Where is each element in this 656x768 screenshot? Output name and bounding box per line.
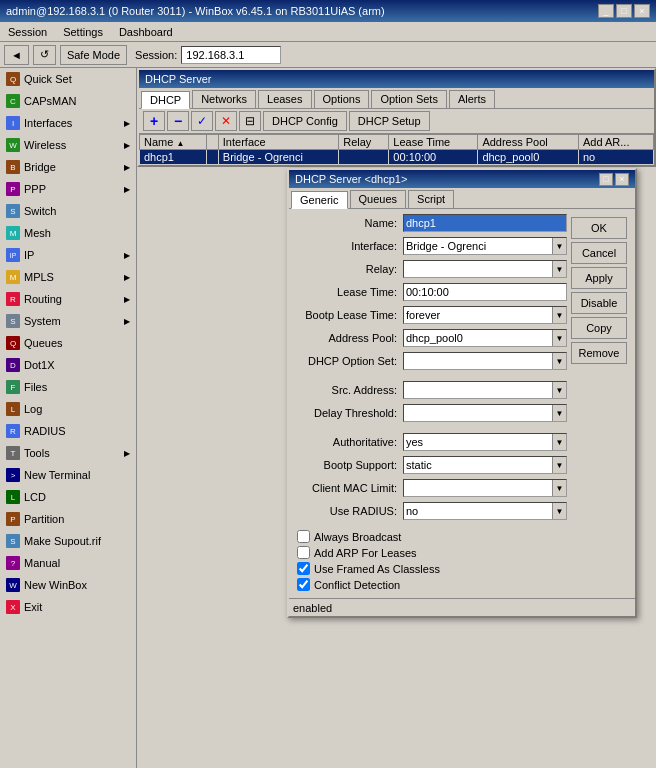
tab-options[interactable]: Options <box>314 90 370 108</box>
table-row[interactable]: dhcp1 Bridge - Ogrenci 00:10:00 dhcp_poo… <box>140 150 654 165</box>
disable-button[interactable]: ✕ <box>215 111 237 131</box>
col-add-ar[interactable]: Add AR... <box>578 135 653 150</box>
cancel-button[interactable]: Cancel <box>571 242 627 264</box>
sidebar-item-ppp[interactable]: P PPP ▶ <box>0 178 136 200</box>
tab-dhcp[interactable]: DHCP <box>141 91 190 109</box>
select-dhcp-option-set[interactable]: ▼ <box>403 352 567 370</box>
sidebar-item-radius[interactable]: R RADIUS <box>0 420 136 442</box>
sidebar-item-system[interactable]: S System ▶ <box>0 310 136 332</box>
maximize-button[interactable]: □ <box>616 4 632 18</box>
select-client-mac-limit[interactable]: ▼ <box>403 479 567 497</box>
col-address-pool[interactable]: Address Pool <box>478 135 579 150</box>
sidebar-item-ip[interactable]: IP IP ▶ <box>0 244 136 266</box>
sidebar-item-switch[interactable]: S Switch <box>0 200 136 222</box>
label-always-broadcast: Always Broadcast <box>314 531 401 543</box>
session-input[interactable] <box>181 46 281 64</box>
sidebar-item-tools[interactable]: T Tools ▶ <box>0 442 136 464</box>
sidebar-item-new-winbox[interactable]: W New WinBox <box>0 574 136 596</box>
dhcp-setup-button[interactable]: DHCP Setup <box>349 111 430 131</box>
tab-queues[interactable]: Queues <box>350 190 407 208</box>
select-use-radius-arrow[interactable]: ▼ <box>552 503 566 519</box>
check-conflict-detection[interactable] <box>297 578 310 591</box>
select-dhcp-option-set-arrow[interactable]: ▼ <box>552 353 566 369</box>
select-bootp-lease-time[interactable]: forever ▼ <box>403 306 567 324</box>
menu-settings[interactable]: Settings <box>59 26 107 38</box>
sidebar-item-manual[interactable]: ? Manual <box>0 552 136 574</box>
sidebar-item-queues[interactable]: Q Queues <box>0 332 136 354</box>
safe-mode-button[interactable]: Safe Mode <box>60 45 127 65</box>
sidebar-item-routing[interactable]: R Routing ▶ <box>0 288 136 310</box>
title-bar-controls[interactable]: _ □ × <box>598 4 650 18</box>
check-add-arp[interactable] <box>297 546 310 559</box>
tab-leases[interactable]: Leases <box>258 90 311 108</box>
close-button[interactable]: × <box>634 4 650 18</box>
select-authoritative-arrow[interactable]: ▼ <box>552 434 566 450</box>
dialog-title-controls[interactable]: □ × <box>599 173 629 186</box>
select-delay-threshold-arrow[interactable]: ▼ <box>552 405 566 421</box>
sidebar-item-partition[interactable]: P Partition <box>0 508 136 530</box>
dialog-tab-bar: Generic Queues Script <box>289 188 635 209</box>
select-address-pool-arrow[interactable]: ▼ <box>552 330 566 346</box>
select-interface-arrow[interactable]: ▼ <box>552 238 566 254</box>
col-lease-time[interactable]: Lease Time <box>389 135 478 150</box>
sidebar-item-mesh[interactable]: M Mesh <box>0 222 136 244</box>
select-bootp-support[interactable]: static ▼ <box>403 456 567 474</box>
select-bootp-arrow[interactable]: ▼ <box>552 307 566 323</box>
select-src-address-arrow[interactable]: ▼ <box>552 382 566 398</box>
select-bootp-support-arrow[interactable]: ▼ <box>552 457 566 473</box>
sidebar-item-wireless[interactable]: W Wireless ▶ <box>0 134 136 156</box>
tab-option-sets[interactable]: Option Sets <box>371 90 446 108</box>
sidebar-item-interfaces[interactable]: I Interfaces ▶ <box>0 112 136 134</box>
disable-button[interactable]: Disable <box>571 292 627 314</box>
enable-button[interactable]: ✓ <box>191 111 213 131</box>
tab-networks[interactable]: Networks <box>192 90 256 108</box>
sidebar-item-mpls[interactable]: M MPLS ▶ <box>0 266 136 288</box>
input-name[interactable] <box>403 214 567 232</box>
filter-button[interactable]: ⊟ <box>239 111 261 131</box>
col-interface[interactable]: Interface <box>218 135 338 150</box>
sidebar-item-quick-set[interactable]: Q Quick Set <box>0 68 136 90</box>
sidebar-item-dot1x[interactable]: D Dot1X <box>0 354 136 376</box>
ok-button[interactable]: OK <box>571 217 627 239</box>
sidebar-item-log[interactable]: L Log <box>0 398 136 420</box>
remove-button[interactable]: − <box>167 111 189 131</box>
back-button[interactable]: ◄ <box>4 45 29 65</box>
select-delay-threshold[interactable]: ▼ <box>403 404 567 422</box>
select-client-mac-limit-arrow[interactable]: ▼ <box>552 480 566 496</box>
sidebar-item-bridge[interactable]: B Bridge ▶ <box>0 156 136 178</box>
select-src-address[interactable]: ▼ <box>403 381 567 399</box>
col-relay[interactable]: Relay <box>339 135 389 150</box>
apply-button[interactable]: Apply <box>571 267 627 289</box>
select-use-radius[interactable]: no ▼ <box>403 502 567 520</box>
check-use-framed[interactable] <box>297 562 310 575</box>
log-icon: L <box>6 402 20 416</box>
dialog-close-button[interactable]: × <box>615 173 629 186</box>
sidebar-item-exit[interactable]: X Exit <box>0 596 136 618</box>
select-relay[interactable]: ▼ <box>403 260 567 278</box>
tab-script[interactable]: Script <box>408 190 454 208</box>
copy-button[interactable]: Copy <box>571 317 627 339</box>
input-lease-time[interactable] <box>403 283 567 301</box>
sidebar-item-files[interactable]: F Files <box>0 376 136 398</box>
minimize-button[interactable]: _ <box>598 4 614 18</box>
new-terminal-icon: > <box>6 468 20 482</box>
col-name[interactable]: Name ▲ <box>140 135 207 150</box>
select-authoritative[interactable]: yes ▼ <box>403 433 567 451</box>
tab-generic[interactable]: Generic <box>291 191 348 209</box>
refresh-button[interactable]: ↺ <box>33 45 56 65</box>
remove-button[interactable]: Remove <box>571 342 627 364</box>
dialog-maximize-button[interactable]: □ <box>599 173 613 186</box>
sidebar-item-capsman[interactable]: C CAPsMAN <box>0 90 136 112</box>
sidebar-item-new-terminal[interactable]: > New Terminal <box>0 464 136 486</box>
tab-alerts[interactable]: Alerts <box>449 90 495 108</box>
select-address-pool[interactable]: dhcp_pool0 ▼ <box>403 329 567 347</box>
add-button[interactable]: + <box>143 111 165 131</box>
sidebar-item-lcd[interactable]: L LCD <box>0 486 136 508</box>
menu-session[interactable]: Session <box>4 26 51 38</box>
sidebar-item-make-supout[interactable]: S Make Supout.rif <box>0 530 136 552</box>
check-always-broadcast[interactable] <box>297 530 310 543</box>
dhcp-config-button[interactable]: DHCP Config <box>263 111 347 131</box>
select-relay-arrow[interactable]: ▼ <box>552 261 566 277</box>
menu-dashboard[interactable]: Dashboard <box>115 26 177 38</box>
select-interface[interactable]: Bridge - Ogrenci ▼ <box>403 237 567 255</box>
